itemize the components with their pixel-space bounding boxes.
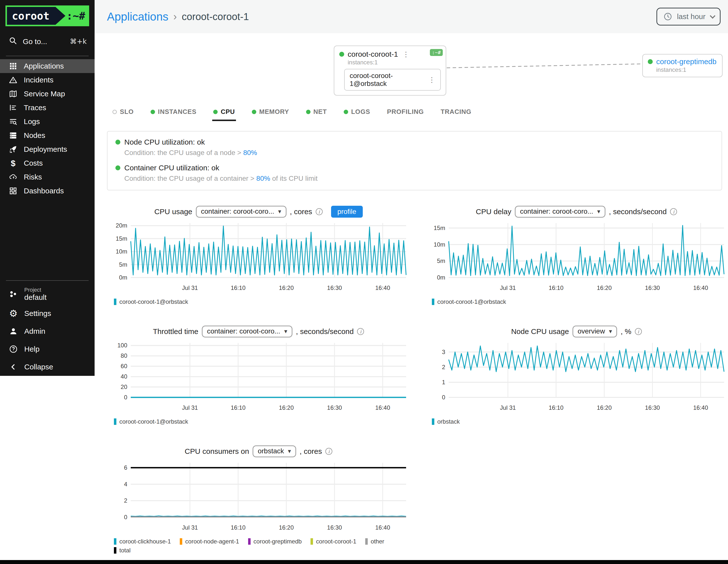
status-dot-green: [115, 140, 120, 145]
legend-swatch: [248, 538, 251, 545]
instance-name: coroot-coroot-1@orbstack: [350, 72, 427, 88]
sidebar-item-nodes[interactable]: Nodes: [0, 128, 95, 142]
map-icon: [9, 90, 17, 98]
sidebar-item-deployments[interactable]: Deployments: [0, 142, 95, 156]
info-icon[interactable]: i: [325, 448, 332, 455]
chart-cpu-consumers: CPU consumers on orbstack▼ , cores i Jul…: [107, 445, 410, 554]
app-card-coroot-greptimedb[interactable]: coroot-greptimedb instances:1: [642, 54, 723, 77]
legend-label: coroot-coroot-1@orbstack: [119, 418, 188, 425]
sidebar-item-dashboards[interactable]: Dashboards: [0, 184, 95, 198]
app-link[interactable]: coroot-greptimedb: [656, 57, 716, 66]
sidebar: coroot :~# Go to... ⌘+k Applications Inc…: [0, 0, 95, 376]
info-icon[interactable]: i: [635, 328, 642, 335]
threshold-link[interactable]: 80%: [243, 149, 257, 156]
logo-prompt: :~#: [65, 5, 89, 26]
svg-text:16:10: 16:10: [549, 404, 564, 411]
breadcrumb-applications-link[interactable]: Applications: [107, 10, 168, 23]
dropdown-arrow-icon: ▼: [278, 209, 281, 214]
storm-cloud-icon: [9, 173, 17, 181]
sidebar-item-traces[interactable]: Traces: [0, 101, 95, 115]
terminal-badge: :~#: [430, 49, 443, 56]
svg-text:0m: 0m: [437, 274, 445, 281]
status-dot-green: [213, 110, 218, 114]
charts-grid: CPU usage container: coroot-coro...▼ , c…: [107, 205, 722, 554]
legend-item[interactable]: other: [365, 538, 384, 545]
legend-item[interactable]: orbstack: [432, 418, 460, 425]
sidebar-item-settings[interactable]: ⚙ Settings: [0, 305, 95, 322]
sidebar-spacer: [0, 198, 95, 277]
chart-legend: coroot-coroot-1@orbstack: [432, 298, 724, 305]
tab-tracing[interactable]: TRACING: [440, 104, 472, 121]
svg-text:16:30: 16:30: [645, 284, 660, 291]
threshold-link[interactable]: 80%: [256, 175, 270, 182]
sidebar-divider: [6, 56, 89, 56]
profile-button[interactable]: profile: [331, 206, 363, 218]
tab-logs[interactable]: LOGS: [343, 104, 371, 121]
report-tabs: SLO INSTANCES CPU MEMORY NET LOGS PROFIL…: [107, 104, 722, 121]
tab-cpu[interactable]: CPU: [212, 104, 236, 121]
chart-title: CPU delay container: coroot-coro...▼ , s…: [425, 205, 728, 218]
svg-text:80: 80: [121, 352, 127, 359]
tab-slo[interactable]: SLO: [111, 104, 135, 121]
svg-text:16:30: 16:30: [327, 404, 342, 411]
legend-item[interactable]: coroot-node-agent-1: [180, 538, 239, 545]
legend-label: coroot-coroot-1: [316, 538, 356, 545]
tab-instances[interactable]: INSTANCES: [150, 104, 198, 121]
sidebar-item-applications[interactable]: Applications: [0, 59, 95, 73]
sidebar-item-incidents[interactable]: Incidents: [0, 73, 95, 87]
sidebar-item-help[interactable]: Help: [0, 340, 95, 358]
sidebar-item-service-map[interactable]: Service Map: [0, 87, 95, 101]
project-hexagons-icon: [9, 290, 18, 299]
apps-grid-icon: [9, 62, 17, 70]
svg-text:16:20: 16:20: [279, 404, 294, 411]
series-selector[interactable]: container: coroot-coro...▼: [196, 206, 286, 218]
svg-text:16:40: 16:40: [693, 284, 708, 291]
sidebar-item-logs[interactable]: Logs: [0, 115, 95, 128]
info-icon[interactable]: i: [357, 328, 364, 335]
sidebar-item-admin[interactable]: Admin: [0, 322, 95, 340]
status-dot: [648, 59, 653, 64]
sidebar-item-costs[interactable]: $ Costs: [0, 156, 95, 170]
coroot-logo[interactable]: coroot :~#: [5, 5, 89, 26]
goto-search[interactable]: Go to... ⌘+k: [0, 29, 95, 53]
node-selector[interactable]: orbstack▼: [253, 445, 296, 457]
legend-label: orbstack: [437, 418, 460, 425]
svg-text:1: 1: [442, 379, 445, 385]
app-card-coroot-coroot-1[interactable]: :~# coroot-coroot-1 ⋮ instances:1 coroot…: [334, 46, 446, 96]
series-selector[interactable]: container: coroot-coro...▼: [202, 326, 292, 337]
series-selector[interactable]: container: coroot-coro...▼: [515, 206, 605, 218]
legend-item[interactable]: coroot-greptimedb: [248, 538, 302, 545]
sidebar-item-label: Deployments: [24, 145, 67, 154]
tab-memory[interactable]: MEMORY: [251, 104, 290, 121]
status-dot-green: [151, 110, 155, 114]
tab-net[interactable]: NET: [305, 104, 328, 121]
kebab-menu-icon[interactable]: ⋮: [401, 50, 410, 58]
dropdown-arrow-icon: ▼: [288, 449, 291, 454]
legend-item[interactable]: coroot-coroot-1@orbstack: [432, 298, 506, 305]
series-selector[interactable]: overview▼: [572, 326, 617, 337]
chart-throttled-time: Throttled time container: coroot-coro...…: [107, 325, 410, 425]
svg-text:60: 60: [121, 363, 127, 369]
time-range-picker[interactable]: last hour: [656, 8, 721, 26]
legend-swatch: [311, 538, 313, 545]
dollar-icon: $: [9, 159, 17, 167]
tab-profiling[interactable]: PROFILING: [386, 104, 425, 121]
sidebar-item-label: Nodes: [24, 131, 45, 140]
instances-count: instances:1: [348, 59, 441, 66]
instance-item[interactable]: coroot-coroot-1@orbstack ⋮: [344, 69, 441, 91]
svg-text:16:30: 16:30: [327, 524, 342, 531]
legend-item[interactable]: coroot-coroot-1@orbstack: [114, 418, 188, 425]
info-icon[interactable]: i: [670, 208, 677, 215]
legend-item[interactable]: total: [114, 547, 130, 554]
info-icon[interactable]: i: [316, 208, 323, 215]
kebab-menu-icon[interactable]: ⋮: [427, 76, 436, 84]
sidebar-project-selector[interactable]: Project default: [0, 284, 95, 305]
legend-item[interactable]: coroot-coroot-1@orbstack: [114, 298, 188, 305]
sidebar-item-collapse[interactable]: Collapse: [0, 358, 95, 376]
svg-text:16:40: 16:40: [375, 404, 390, 411]
breadcrumb-current: coroot-coroot-1: [182, 11, 249, 22]
sidebar-item-risks[interactable]: Risks: [0, 170, 95, 184]
legend-item[interactable]: coroot-coroot-1: [311, 538, 356, 545]
breadcrumb: Applications › coroot-coroot-1: [107, 10, 249, 23]
legend-item[interactable]: coroot-clickhouse-1: [114, 538, 171, 545]
